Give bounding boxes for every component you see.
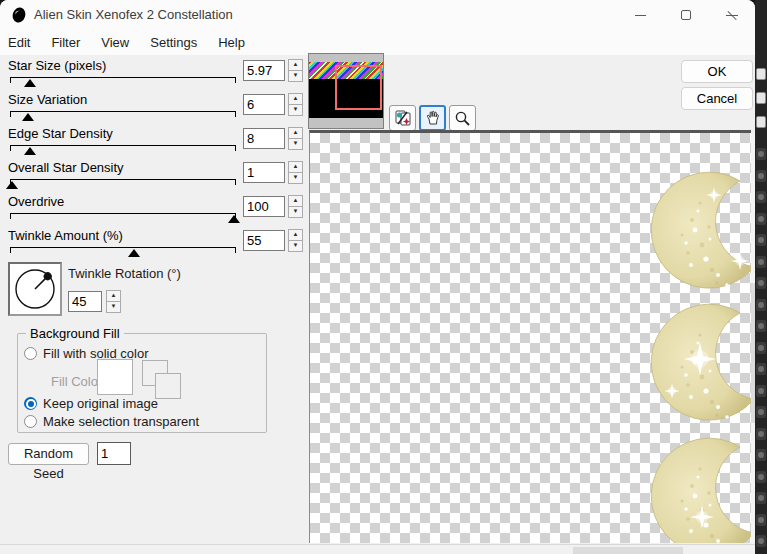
maximize-button[interactable] [663,0,709,30]
color-pair-front-swatch[interactable] [155,373,181,399]
background-app-icon [756,363,766,375]
navigator-view-rectangle[interactable] [335,65,382,110]
preview-navigator[interactable] [308,53,384,129]
menubar: Edit Filter View Settings Help [0,30,755,55]
group-legend: Background Fill [26,326,124,341]
twinkle-amount-slider[interactable] [10,247,236,257]
compare-tool-button[interactable] [389,105,416,131]
fill-color-label: Fill Color [51,374,102,389]
star-size-slider[interactable] [10,77,236,87]
slider-thumb[interactable] [228,215,240,223]
background-app-icon [756,514,766,526]
zoom-icon [454,110,471,127]
minimize-icon [635,15,646,16]
random-seed-button[interactable]: Random Seed [8,443,89,465]
background-app-icon [756,92,766,104]
cancel-button[interactable]: Cancel [681,87,753,110]
slider-label: Edge Star Density [8,126,113,141]
slider-thumb[interactable] [22,113,34,121]
edge-star-density-stepper[interactable]: ▲▼ [288,127,303,150]
slider-label: Overdrive [8,194,64,209]
slider-row-overdrive: Overdrive ▲▼ [0,194,305,228]
slider-label: Twinkle Amount (%) [8,228,123,243]
background-app-icon [756,68,766,80]
slider-row-star-size: Star Size (pixels) ▲▼ [0,58,305,92]
background-app-icon [756,191,766,203]
radio-label: Make selection transparent [43,414,199,429]
slider-thumb[interactable] [24,79,36,87]
preview-canvas[interactable] [309,130,751,543]
slider-row-twinkle-amount: Twinkle Amount (%) ▲▼ [0,228,305,262]
background-app-icon [756,116,766,128]
compare-icon [394,109,412,127]
menu-view[interactable]: View [101,35,129,50]
close-icon [726,9,738,21]
hand-tool-button[interactable] [419,105,446,131]
minimize-button[interactable] [617,0,663,30]
moon-preview-art [310,133,751,543]
overall-star-density-input[interactable] [243,162,285,183]
background-app-icon [756,385,766,397]
twinkle-rotation-dial[interactable] [8,262,62,316]
close-button[interactable] [709,0,755,30]
titlebar[interactable]: Alien Skin Xenofex 2 Constellation [0,0,755,30]
slider-row-overall-star-density: Overall Star Density ▲▼ [0,160,305,194]
star-size-stepper[interactable]: ▲▼ [288,59,303,82]
star-size-input[interactable] [243,60,285,81]
radio-make-selection-transparent[interactable]: Make selection transparent [24,414,199,429]
radio-icon [24,397,37,410]
twinkle-rotation-input[interactable] [68,291,102,312]
size-variation-stepper[interactable]: ▲▼ [288,93,303,116]
background-app-icon [756,492,766,504]
background-app-icon [756,406,766,418]
overdrive-slider[interactable] [10,213,236,223]
twinkle-amount-input[interactable] [243,230,285,251]
alien-skin-icon [10,6,28,24]
maximize-icon [681,10,691,20]
slider-thumb[interactable] [24,147,36,155]
zoom-tool-button[interactable] [449,105,476,131]
slider-row-size-variation: Size Variation ▲▼ [0,92,305,126]
slider-row-edge-star-density: Edge Star Density ▲▼ [0,126,305,160]
horizontal-scrollbar-thumb[interactable] [573,547,683,554]
menu-help[interactable]: Help [218,35,245,50]
screen: Alien Skin Xenofex 2 Constellation Edit … [0,0,767,554]
horizontal-scrollbar[interactable] [0,544,755,554]
background-app-icon [756,277,766,289]
dial-needle [32,271,53,292]
menu-edit[interactable]: Edit [8,35,30,50]
overdrive-input[interactable] [243,196,285,217]
edge-star-density-slider[interactable] [10,145,236,155]
background-app-icon [756,342,766,354]
overall-star-density-slider[interactable] [10,179,236,189]
xenofex-dialog: Alien Skin Xenofex 2 Constellation Edit … [0,0,755,554]
slider-label: Overall Star Density [8,160,124,175]
menu-settings[interactable]: Settings [150,35,197,50]
fill-color-swatch[interactable] [97,359,133,395]
slider-label: Star Size (pixels) [8,58,106,73]
size-variation-input[interactable] [243,94,285,115]
slider-thumb[interactable] [6,181,18,189]
slider-thumb[interactable] [128,249,140,257]
overdrive-stepper[interactable]: ▲▼ [288,195,303,218]
twinkle-rotation-stepper[interactable]: ▲▼ [106,290,121,313]
background-app-icon [756,213,766,225]
radio-icon [24,415,37,428]
size-variation-slider[interactable] [10,111,236,121]
radio-label: Keep original image [43,396,158,411]
background-app-icon [756,428,766,440]
random-seed-input[interactable] [97,442,131,465]
background-app-icon [756,148,766,160]
background-app-toolbar [755,0,767,554]
hand-icon [425,110,441,126]
background-app-icon [756,256,766,268]
radio-keep-original-image[interactable]: Keep original image [24,396,158,411]
twinkle-rotation-label: Twinkle Rotation (°) [68,266,181,281]
edge-star-density-input[interactable] [243,128,285,149]
twinkle-amount-stepper[interactable]: ▲▼ [288,229,303,252]
ok-button[interactable]: OK [681,60,753,83]
menu-filter[interactable]: Filter [51,35,80,50]
background-app-icon [756,170,766,182]
background-app-icon [756,299,766,311]
overall-star-density-stepper[interactable]: ▲▼ [288,161,303,184]
